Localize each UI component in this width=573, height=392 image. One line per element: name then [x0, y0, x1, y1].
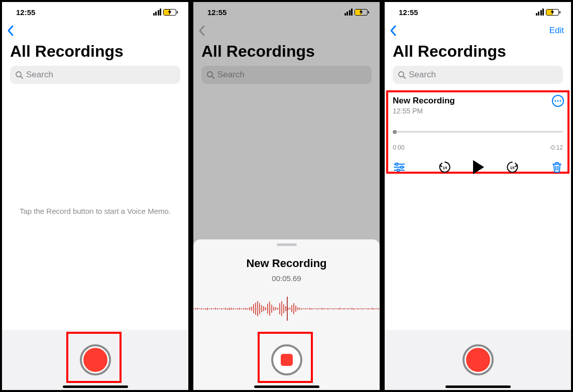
svg-point-13: [401, 166, 403, 169]
search-input[interactable]: Search: [201, 66, 372, 84]
nav-bar: Edit: [385, 22, 571, 39]
back-button[interactable]: [6, 25, 15, 37]
page-title: All Recordings: [385, 39, 571, 66]
page-title: All Recordings: [2, 39, 188, 66]
empty-hint: Tap the Record button to start a Voice M…: [2, 207, 188, 215]
back-button[interactable]: [389, 25, 398, 37]
screen-empty: 12:55 All Recordings Search Tap the Reco…: [2, 2, 188, 390]
svg-line-5: [403, 76, 405, 78]
battery-icon: [355, 9, 368, 16]
home-indicator[interactable]: [63, 385, 128, 388]
svg-point-6: [554, 100, 556, 101]
search-input[interactable]: Search: [393, 66, 563, 84]
highlight-box: [258, 332, 313, 383]
waveform: [193, 293, 380, 325]
svg-point-14: [397, 169, 400, 172]
home-indicator[interactable]: [254, 385, 319, 388]
status-right: [345, 9, 368, 16]
time-elapsed: 0:00: [393, 144, 404, 151]
back-button[interactable]: [197, 25, 206, 37]
screen-recording: 12:55 All Recordings Search New Recordin…: [193, 2, 380, 390]
recording-item-title: New Recording: [393, 96, 563, 106]
scrubber[interactable]: [393, 129, 563, 137]
ellipsis-icon: [554, 100, 561, 102]
search-placeholder: Search: [26, 70, 53, 80]
search-input[interactable]: Search: [10, 66, 180, 84]
svg-point-7: [557, 100, 558, 101]
recording-title: New Recording: [246, 257, 326, 270]
cellular-icon: [153, 9, 162, 16]
cellular-icon: [536, 9, 544, 16]
status-time: 12:55: [16, 8, 35, 17]
body: Tap the Record button to start a Voice M…: [2, 89, 188, 330]
recording-elapsed: 00:05.69: [272, 274, 301, 283]
search-icon: [15, 71, 23, 79]
status-time: 12:55: [207, 8, 226, 17]
sliders-icon: [394, 163, 405, 172]
highlight-box: [66, 332, 122, 383]
battery-icon: [546, 9, 559, 16]
status-bar: 12:55: [193, 2, 380, 22]
status-bar: 12:55: [385, 2, 571, 22]
edit-button[interactable]: Edit: [549, 26, 564, 36]
battery-icon: [163, 9, 176, 16]
options-button[interactable]: [394, 163, 405, 172]
recording-item[interactable]: New Recording 12:55 PM 0:00 -0:12: [389, 92, 567, 179]
play-icon: [473, 160, 484, 174]
status-time: 12:55: [399, 8, 418, 17]
svg-point-12: [396, 163, 398, 166]
svg-text:15: 15: [510, 166, 514, 170]
svg-line-3: [212, 76, 214, 78]
search-placeholder: Search: [409, 70, 436, 80]
recording-sheet: New Recording 00:05.69: [193, 239, 380, 390]
search-icon: [398, 71, 406, 79]
skip-forward-button[interactable]: 15: [505, 160, 519, 174]
nav-bar: [2, 22, 188, 39]
body: New Recording 12:55 PM 0:00 -0:12: [385, 89, 571, 330]
sheet-grabber[interactable]: [277, 243, 297, 246]
cellular-icon: [345, 9, 353, 16]
play-button[interactable]: [473, 160, 484, 174]
record-button[interactable]: [463, 344, 494, 375]
svg-point-8: [559, 100, 561, 101]
home-indicator[interactable]: [445, 385, 511, 388]
svg-text:15: 15: [442, 166, 447, 170]
recording-item-subtitle: 12:55 PM: [393, 107, 563, 115]
page-title: All Recordings: [193, 39, 380, 66]
skip-forward-15-icon: 15: [505, 160, 519, 174]
nav-bar: [193, 22, 380, 39]
skip-back-button[interactable]: 15: [438, 160, 452, 174]
status-right: [153, 9, 177, 16]
record-icon: [466, 348, 490, 372]
search-placeholder: Search: [217, 70, 245, 80]
footer: [385, 330, 571, 390]
status-bar: 12:55: [2, 2, 188, 22]
skip-back-15-icon: 15: [438, 160, 452, 174]
more-button[interactable]: [552, 95, 564, 107]
svg-line-1: [21, 76, 23, 78]
delete-button[interactable]: [552, 162, 562, 173]
time-remaining: -0:12: [549, 144, 563, 151]
trash-icon: [552, 162, 562, 173]
screen-list: 12:55 Edit All Recordings Search New Rec…: [385, 2, 571, 390]
status-right: [536, 9, 559, 16]
footer: [2, 330, 188, 390]
search-icon: [206, 71, 214, 79]
